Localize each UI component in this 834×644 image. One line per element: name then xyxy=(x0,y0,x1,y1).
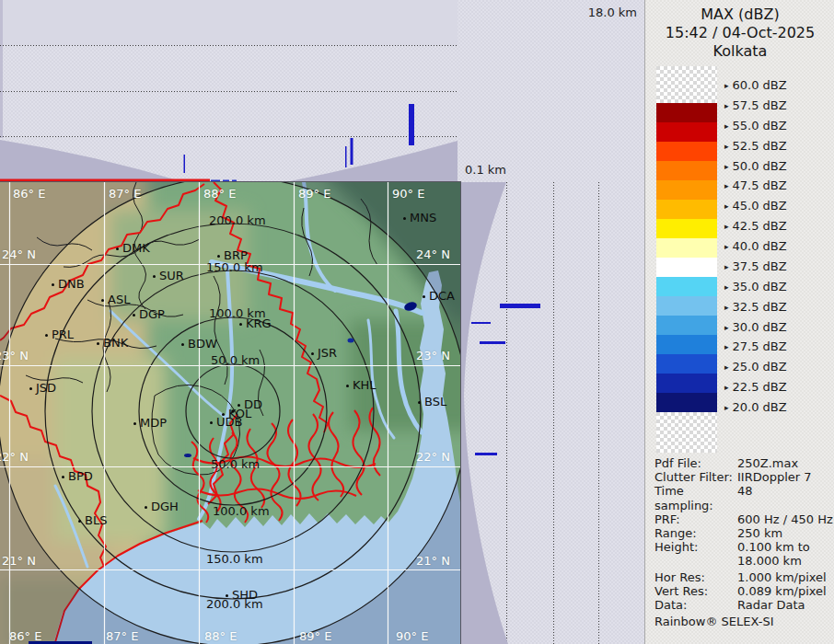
city-label: BDW xyxy=(188,338,217,351)
scale-tick: ▸25.0 dBZ xyxy=(724,361,787,374)
city-dot xyxy=(62,476,64,478)
lat-label-left: 21° N xyxy=(2,554,36,568)
lon-label-top: 90° E xyxy=(392,187,424,201)
city-dot xyxy=(403,217,406,220)
product-title: MAX (dBZ) xyxy=(645,6,834,24)
city-label: SUR xyxy=(159,270,184,282)
city-dot xyxy=(133,314,135,316)
scale-band xyxy=(656,142,717,161)
tick-arrow-icon: ▸ xyxy=(724,99,729,112)
scale-band xyxy=(656,393,717,412)
city-label: DCA xyxy=(429,290,455,303)
range-ring-label: 50.0 km xyxy=(211,457,260,471)
meta-row: PRF:600 Hz / 450 Hz xyxy=(654,512,831,526)
profile-upper-band xyxy=(0,0,458,46)
meta-row: Time sampling:48 xyxy=(654,484,831,512)
echo-top-bars xyxy=(471,304,540,455)
max-height-label: 18.0 km xyxy=(580,6,637,19)
range-ring-label: 50.0 km xyxy=(211,353,260,367)
city-label: DNB xyxy=(58,278,85,291)
scale-tick: ▸50.0 dBZ xyxy=(724,160,787,173)
scale-band xyxy=(656,335,717,354)
legend-title-block: MAX (dBZ) 15:42 / 04-Oct-2025 Kolkata xyxy=(645,6,834,61)
meta-row: Clutter Filter:IIRDoppler 7 xyxy=(654,470,831,484)
city-label: BLS xyxy=(85,514,107,527)
scale-band xyxy=(656,200,717,219)
city-dot xyxy=(423,295,425,298)
tick-arrow-icon: ▸ xyxy=(724,301,729,314)
city-label: BNK xyxy=(103,337,128,350)
scale-band xyxy=(656,161,717,180)
city-label: DGH xyxy=(151,500,179,513)
city-label: MNS xyxy=(410,212,436,224)
scale-tick: ▸42.5 dBZ xyxy=(724,220,787,233)
scale-band xyxy=(656,180,717,200)
city-marker-sur: SUR xyxy=(153,270,184,282)
scale-checker-bottom xyxy=(656,412,717,453)
city-marker-dgp: DGP xyxy=(133,308,165,321)
city-marker-udb: UDB xyxy=(210,416,242,429)
software-brand: Rainbow® SELEX-SI xyxy=(654,615,831,628)
scale-tick: ▸45.0 dBZ xyxy=(724,200,787,213)
city-marker-prl: PRL xyxy=(45,328,74,341)
beam-blind-wedge xyxy=(461,182,508,644)
range-ring-label: 150.0 km xyxy=(206,260,263,274)
meta-row: 18.000 km xyxy=(654,554,831,568)
city-dot xyxy=(145,506,147,509)
lon-label-bottom: 86° E xyxy=(9,629,41,643)
range-ring-label: 150.0 km xyxy=(206,552,263,566)
scale-band xyxy=(656,258,717,277)
city-dot xyxy=(346,385,349,387)
scale-band xyxy=(656,122,717,142)
meta-row: Pdf File:250Z.max xyxy=(654,456,831,470)
tick-arrow-icon: ▸ xyxy=(724,79,729,92)
city-marker-khl: KHL xyxy=(346,379,376,392)
lon-label-top: 88° E xyxy=(203,187,236,201)
city-dot xyxy=(29,387,32,390)
city-label: SHD xyxy=(232,589,258,602)
scale-band xyxy=(656,316,717,335)
city-marker-dca: DCA xyxy=(423,290,455,303)
city-marker-bdw: BDW xyxy=(181,338,217,351)
scale-tick: ▸40.0 dBZ xyxy=(724,240,787,253)
lon-label-top: 87° E xyxy=(109,187,141,201)
city-label: JSR xyxy=(318,347,337,360)
lon-label-top: 86° E xyxy=(13,187,45,201)
tick-arrow-icon: ▸ xyxy=(724,401,729,414)
city-marker-mdp: MDP xyxy=(133,417,167,430)
side-height-profile-panel xyxy=(458,182,644,644)
city-dot xyxy=(45,334,48,337)
tick-arrow-icon: ▸ xyxy=(724,120,729,132)
scale-checker-top xyxy=(656,66,717,103)
top-height-profile-panel xyxy=(0,0,458,182)
meta-row: Data:Radar Data xyxy=(654,598,831,612)
legend-panel: MAX (dBZ) 15:42 / 04-Oct-2025 Kolkata ▸6… xyxy=(644,0,834,644)
scale-band xyxy=(656,354,717,374)
lon-label-bottom: 87° E xyxy=(106,629,138,643)
product-datetime: 15:42 / 04-Oct-2025 xyxy=(645,24,834,42)
panel-edge-strip xyxy=(0,0,3,138)
city-label: PRL xyxy=(52,328,74,341)
radar-site-name: Kolkata xyxy=(645,42,834,61)
scale-tick: ▸30.0 dBZ xyxy=(724,321,787,334)
height-gridlines xyxy=(0,46,458,137)
scale-band xyxy=(656,103,717,122)
scale-tick: ▸55.0 dBZ xyxy=(724,120,787,132)
city-label: KHL xyxy=(353,379,376,392)
city-dot xyxy=(116,247,119,250)
tick-arrow-icon: ▸ xyxy=(724,240,729,253)
city-dot xyxy=(97,342,99,345)
city-label: BPD xyxy=(68,470,93,483)
city-dot xyxy=(311,352,314,355)
city-marker-bpd: BPD xyxy=(62,470,93,483)
tick-arrow-icon: ▸ xyxy=(724,321,729,334)
radar-display-window: 18.0 km 0.1 km xyxy=(0,0,834,644)
tick-arrow-icon: ▸ xyxy=(724,381,729,394)
city-dot xyxy=(239,323,242,326)
scale-tick: ▸52.5 dBZ xyxy=(724,140,787,153)
scale-band xyxy=(656,296,717,316)
city-marker-jsd: JSD xyxy=(29,382,56,395)
city-marker-jsr: JSR xyxy=(311,347,337,360)
city-marker-bnk: BNK xyxy=(97,337,128,350)
city-marker-asl: ASL xyxy=(101,293,130,306)
